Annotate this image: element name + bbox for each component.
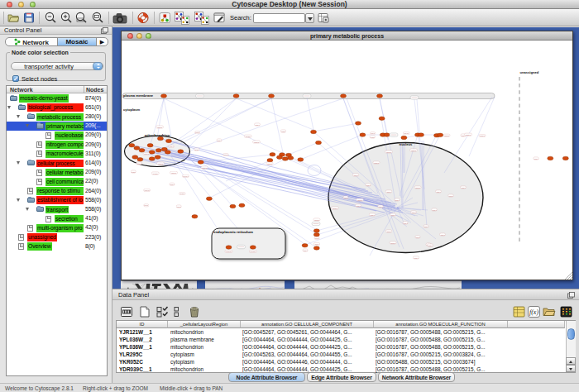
svg-text:[xxx]: [xxx] bbox=[315, 237, 319, 239]
svg-text:f(x): f(x) bbox=[529, 308, 538, 316]
svg-text:[xxxx]: [xxxx] bbox=[254, 141, 259, 143]
svg-text:[xxx]: [xxx] bbox=[371, 136, 375, 138]
svg-text:[xxx]: [xxx] bbox=[414, 257, 419, 259]
svg-text:[xxxx]: [xxxx] bbox=[386, 151, 391, 153]
svg-text:[xxx]: [xxx] bbox=[424, 226, 428, 227]
svg-text:[xxx]: [xxx] bbox=[437, 191, 441, 193]
svg-text:[xxx]: [xxx] bbox=[366, 184, 371, 186]
svg-text:[xxxx]: [xxxx] bbox=[390, 242, 395, 244]
svg-text:[xxxx]: [xxxx] bbox=[314, 219, 319, 221]
svg-text:[xxx]: [xxx] bbox=[315, 243, 319, 245]
svg-text:[xxxx]: [xxxx] bbox=[226, 251, 232, 253]
svg-text:[xxxx]: [xxxx] bbox=[374, 162, 379, 164]
svg-text:[xxx]: [xxx] bbox=[433, 209, 437, 211]
svg-text:[xxx]: [xxx] bbox=[391, 214, 395, 216]
svg-text:[xxx]: [xxx] bbox=[387, 231, 391, 232]
svg-text:[xxxx]: [xxxx] bbox=[183, 175, 188, 177]
svg-text:[xxxx]: [xxxx] bbox=[251, 251, 256, 253]
svg-text:[xxx]: [xxx] bbox=[449, 195, 453, 197]
svg-text:[xxx]: [xxx] bbox=[180, 193, 184, 194]
svg-text:endoplasmic reticulum: endoplasmic reticulum bbox=[213, 230, 253, 234]
svg-text:[xxx]: [xxx] bbox=[428, 245, 433, 246]
svg-text:[xxx]: [xxx] bbox=[195, 131, 199, 133]
svg-text:[xxx]: [xxx] bbox=[132, 171, 136, 173]
svg-text:[xxxx]: [xxxx] bbox=[267, 163, 272, 165]
svg-text:[xxxx]: [xxxx] bbox=[158, 163, 163, 165]
svg-text:[xxx]: [xxx] bbox=[412, 212, 416, 213]
svg-text:[xxx]: [xxx] bbox=[404, 222, 408, 224]
svg-text:[xxx]: [xxx] bbox=[224, 154, 228, 155]
svg-text:[xxxx]: [xxxx] bbox=[157, 127, 162, 128]
svg-text:[xxxx]: [xxxx] bbox=[404, 132, 409, 134]
svg-text:[xxxx]: [xxxx] bbox=[202, 167, 207, 169]
svg-text:[xxx]: [xxx] bbox=[371, 214, 375, 216]
svg-text:[xxx]: [xxx] bbox=[356, 205, 361, 207]
svg-text:nucleus: nucleus bbox=[400, 142, 413, 146]
svg-text:[xxx]: [xxx] bbox=[416, 237, 420, 238]
svg-text:[xxx]: [xxx] bbox=[137, 163, 141, 165]
svg-text:[xxxx]: [xxxx] bbox=[246, 136, 251, 137]
svg-text:[xxxx]: [xxxx] bbox=[144, 153, 149, 155]
svg-text:[xxxx]: [xxxx] bbox=[411, 150, 416, 151]
svg-text:[xxx]: [xxx] bbox=[441, 234, 445, 236]
svg-text:unassigned: unassigned bbox=[520, 70, 539, 74]
svg-text:[xxx]: [xxx] bbox=[304, 250, 308, 251]
svg-text:[xxxx]: [xxxx] bbox=[480, 135, 485, 136]
svg-text:[xxx]: [xxx] bbox=[371, 132, 375, 134]
svg-text:[xxx]: [xxx] bbox=[218, 140, 222, 141]
svg-text:[xxx]: [xxx] bbox=[395, 199, 400, 201]
svg-text:[xxx]: [xxx] bbox=[534, 158, 538, 160]
svg-text:[xxx]: [xxx] bbox=[281, 131, 285, 132]
svg-text:cytoplasm: cytoplasm bbox=[123, 108, 141, 112]
svg-text:[xxx]: [xxx] bbox=[177, 206, 181, 208]
svg-text:[xxx]: [xxx] bbox=[379, 206, 383, 208]
svg-text:[xxxx]: [xxxx] bbox=[357, 199, 362, 201]
svg-text:[xxxx]: [xxxx] bbox=[415, 187, 420, 189]
svg-text:[xxx]: [xxx] bbox=[354, 174, 358, 176]
svg-text:plasma membrane: plasma membrane bbox=[123, 93, 154, 98]
svg-text:[xxxx]: [xxxx] bbox=[466, 134, 471, 136]
svg-text:[xxx]: [xxx] bbox=[170, 184, 175, 185]
svg-text:[xxxx]: [xxxx] bbox=[171, 172, 176, 174]
svg-text:[xxx]: [xxx] bbox=[170, 146, 174, 147]
svg-text:[xxx]: [xxx] bbox=[256, 124, 260, 126]
svg-text:[xxx]: [xxx] bbox=[344, 197, 348, 198]
svg-text:[xxxx]: [xxxx] bbox=[333, 208, 337, 209]
svg-text:[xxx]: [xxx] bbox=[144, 204, 148, 206]
svg-text:mitochondrion: mitochondrion bbox=[145, 133, 170, 137]
svg-text:[xxx]: [xxx] bbox=[387, 191, 391, 193]
svg-text:[xxxx]: [xxxx] bbox=[444, 135, 449, 136]
svg-text:[xxx]: [xxx] bbox=[194, 149, 199, 151]
svg-text:[xxxx]: [xxxx] bbox=[153, 173, 158, 174]
svg-text:[xxxx]: [xxxx] bbox=[145, 189, 150, 191]
svg-text:[xxx]: [xxx] bbox=[462, 187, 466, 189]
